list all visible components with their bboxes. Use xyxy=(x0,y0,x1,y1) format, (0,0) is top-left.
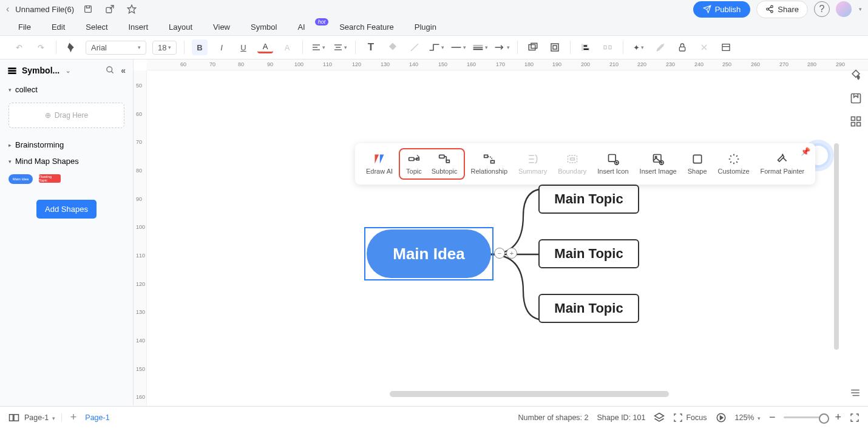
subtopic-button[interactable]: Subtopic xyxy=(427,151,463,177)
topic-node[interactable]: Main Topic xyxy=(538,239,639,268)
right-rail xyxy=(844,61,868,127)
distribute-icon[interactable] xyxy=(600,39,615,55)
collapse-handle-icon[interactable]: − xyxy=(494,248,505,259)
avatar[interactable] xyxy=(836,1,852,17)
customize-button[interactable]: Customize xyxy=(713,151,754,177)
collapse-icon[interactable]: « xyxy=(121,66,126,75)
lock-icon[interactable] xyxy=(674,39,690,55)
edit-disabled-icon[interactable] xyxy=(653,39,668,55)
back-icon[interactable]: ‹ xyxy=(6,4,9,15)
insert-icon-button[interactable]: Insert Icon xyxy=(592,151,633,177)
zoom-slider[interactable] xyxy=(784,416,826,418)
menu-edit[interactable]: Edit xyxy=(52,22,65,32)
focus-button[interactable]: Focus xyxy=(673,413,707,423)
italic-button[interactable]: I xyxy=(214,39,229,55)
expand-handle-icon[interactable]: + xyxy=(506,248,517,259)
add-shapes-button[interactable]: Add Shapes xyxy=(36,200,97,219)
svg-point-3 xyxy=(771,5,773,7)
highlight-button[interactable]: A xyxy=(279,39,295,55)
publish-button[interactable]: Publish xyxy=(693,1,751,18)
shapes-count: Number of shapes: 2 xyxy=(518,413,588,422)
menu-insert[interactable]: Insert xyxy=(129,22,149,32)
menu-select[interactable]: Select xyxy=(86,22,107,32)
svg-rect-45 xyxy=(484,155,487,157)
zoom-out-button[interactable]: − xyxy=(769,411,776,424)
section-brainstorming[interactable]: ▸Brainstorming xyxy=(0,137,133,153)
pages-panel-icon[interactable] xyxy=(8,413,19,422)
insert-image-button[interactable]: Insert Image xyxy=(635,151,682,177)
topic-button[interactable]: Topic xyxy=(401,151,427,177)
fill-color-icon[interactable] xyxy=(385,39,401,55)
topic-node[interactable]: Main Topic xyxy=(538,294,639,323)
font-color-button[interactable]: A xyxy=(257,41,273,53)
section-collect[interactable]: ▾collect xyxy=(0,81,133,98)
zoom-in-button[interactable]: + xyxy=(835,411,841,424)
shape-preview-floating[interactable]: Floating Topic xyxy=(39,174,61,183)
search-icon[interactable] xyxy=(106,66,115,75)
star-icon[interactable] xyxy=(124,1,140,17)
undo-icon[interactable]: ↶ xyxy=(11,39,27,55)
menu-view[interactable]: View xyxy=(213,22,230,32)
menu-ai[interactable]: AIhot xyxy=(297,22,319,32)
boundary-button[interactable]: Boundary xyxy=(553,151,591,177)
options-icon[interactable] xyxy=(850,389,861,397)
zoom-level[interactable]: 125% ▾ xyxy=(735,413,761,422)
line-style-icon[interactable]: ▾ xyxy=(450,39,466,55)
ruler-horizontal: 6070809010011012013014015016017018019020… xyxy=(147,59,868,70)
topic-node[interactable]: Main Topic xyxy=(538,185,639,214)
summary-button[interactable]: Summary xyxy=(514,151,552,177)
canvas[interactable]: Main Idea − + Main Topic Main Topic Main… xyxy=(147,70,868,406)
shape-preview-main-idea[interactable]: Main Idea xyxy=(8,174,33,184)
add-page-button[interactable]: + xyxy=(70,411,77,424)
help-icon[interactable]: ? xyxy=(814,1,830,17)
align-left-icon[interactable] xyxy=(578,39,594,55)
text-tool-icon[interactable]: T xyxy=(363,39,379,55)
align-v-button[interactable]: ▾ xyxy=(332,39,348,55)
format-brush-icon[interactable] xyxy=(64,39,80,55)
underline-button[interactable]: U xyxy=(236,39,251,55)
page-tab[interactable]: Page-1 xyxy=(85,413,109,422)
connector-style-icon[interactable]: ▾ xyxy=(429,39,444,55)
relationship-button[interactable]: Relationship xyxy=(466,151,513,177)
svg-rect-68 xyxy=(14,414,19,421)
drag-zone[interactable]: ⊕ Drag Here xyxy=(8,103,124,128)
layers-icon[interactable] xyxy=(654,412,665,423)
apps-panel-icon[interactable] xyxy=(850,115,862,127)
export-icon[interactable] xyxy=(102,1,118,17)
menu-layout[interactable]: Layout xyxy=(169,22,192,32)
fullscreen-icon[interactable] xyxy=(850,413,860,423)
edraw-ai-button[interactable]: Edraw AI xyxy=(361,151,398,177)
menu-file[interactable]: File xyxy=(18,22,31,32)
bold-button[interactable]: B xyxy=(192,39,208,55)
section-mindmap-shapes[interactable]: ▾Mind Map Shapes xyxy=(0,153,133,169)
ai-sparkle-icon[interactable]: ✦▾ xyxy=(631,39,646,55)
crop-icon[interactable] xyxy=(547,39,563,55)
vertical-scrollbar[interactable] xyxy=(834,143,839,350)
data-table-icon[interactable] xyxy=(718,39,734,55)
presentation-icon[interactable] xyxy=(716,412,727,423)
main-idea-node[interactable]: Main Idea xyxy=(367,229,491,278)
theme-panel-icon[interactable] xyxy=(850,92,862,104)
redo-icon[interactable]: ↷ xyxy=(33,39,49,55)
share-button[interactable]: Share xyxy=(756,1,808,18)
shape-button[interactable]: Shape xyxy=(683,151,712,177)
account-caret-icon[interactable]: ▾ xyxy=(859,6,862,12)
font-family-select[interactable]: Arial▾ xyxy=(86,41,146,55)
line-color-icon[interactable] xyxy=(407,39,422,55)
menu-search-feature[interactable]: Search Feature xyxy=(339,22,394,32)
horizontal-scrollbar[interactable] xyxy=(390,391,669,397)
align-h-button[interactable]: ▾ xyxy=(310,39,326,55)
pin-icon[interactable]: 📌 xyxy=(801,147,810,156)
fill-panel-icon[interactable] xyxy=(850,69,862,81)
sidebar-caret-icon[interactable]: ⌄ xyxy=(66,67,70,74)
page-select[interactable]: Page-1 ▾ xyxy=(24,413,55,422)
menu-plugin[interactable]: Plugin xyxy=(415,22,436,32)
tools-icon[interactable] xyxy=(696,39,712,55)
image-behind-icon[interactable] xyxy=(525,39,541,55)
menu-symbol[interactable]: Symbol xyxy=(251,22,277,32)
arrow-style-icon[interactable]: ▾ xyxy=(494,39,510,55)
font-size-select[interactable]: 18▾ xyxy=(152,41,177,55)
line-weight-icon[interactable]: ▾ xyxy=(472,39,488,55)
publish-label: Publish xyxy=(715,5,741,14)
save-icon[interactable] xyxy=(80,1,96,17)
